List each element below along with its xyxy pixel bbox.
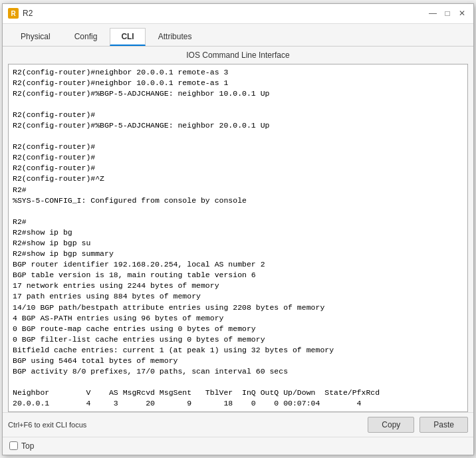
section-title: IOS Command Line Interface <box>3 47 473 64</box>
footer-bar: Top <box>3 437 473 455</box>
bottom-bar: Ctrl+F6 to exit CLI focus Copy Paste <box>3 412 473 437</box>
top-checkbox-container: Top <box>9 441 34 451</box>
tab-config[interactable]: Config <box>63 28 109 46</box>
title-bar: R R2 — □ ✕ <box>3 4 473 24</box>
action-buttons: Copy Paste <box>368 417 468 433</box>
minimize-button[interactable]: — <box>427 7 439 19</box>
tab-physical[interactable]: Physical <box>9 28 62 46</box>
cli-output[interactable]: R2(config-router)#neighbor 20.0.0.1 remo… <box>9 64 467 411</box>
window-title: R2 <box>23 9 427 18</box>
main-window: R R2 — □ ✕ Physical Config CLI Attribute… <box>2 3 474 455</box>
tab-attributes[interactable]: Attributes <box>147 28 203 46</box>
maximize-button[interactable]: □ <box>441 7 453 19</box>
copy-button[interactable]: Copy <box>368 417 414 433</box>
close-button[interactable]: ✕ <box>456 7 468 19</box>
tab-bar: Physical Config CLI Attributes <box>3 24 473 47</box>
top-checkbox-label: Top <box>21 441 34 451</box>
tab-cli[interactable]: CLI <box>110 28 145 46</box>
top-checkbox[interactable] <box>9 441 18 450</box>
cli-container: R2(config-router)#neighbor 20.0.0.1 remo… <box>8 64 468 412</box>
cli-hint: Ctrl+F6 to exit CLI focus <box>8 421 86 429</box>
paste-button[interactable]: Paste <box>419 417 468 433</box>
window-controls: — □ ✕ <box>427 7 468 19</box>
app-icon: R <box>8 8 19 19</box>
